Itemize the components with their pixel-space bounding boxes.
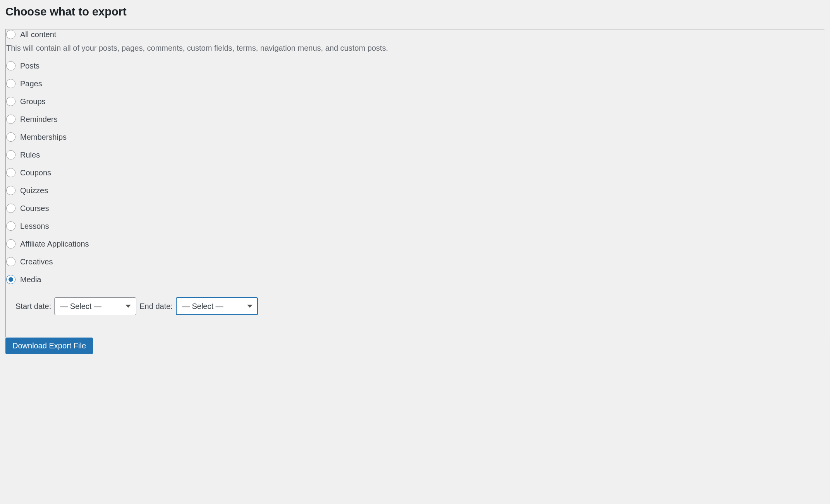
label-media[interactable]: Media xyxy=(20,275,41,284)
label-memberships[interactable]: Memberships xyxy=(20,133,67,142)
export-options-fieldset: All content This will contain all of you… xyxy=(5,29,825,338)
label-courses[interactable]: Courses xyxy=(20,204,49,213)
radio-memberships[interactable] xyxy=(6,132,15,142)
start-date-label: Start date: xyxy=(15,302,51,311)
radio-creatives[interactable] xyxy=(6,257,15,266)
radio-pages[interactable] xyxy=(6,79,15,88)
label-affiliate-applications[interactable]: Affiliate Applications xyxy=(20,240,89,249)
radio-courses[interactable] xyxy=(6,204,15,213)
radio-quizzes[interactable] xyxy=(6,186,15,195)
download-export-file-button[interactable]: Download Export File xyxy=(5,338,93,354)
section-heading: Choose what to export xyxy=(5,5,825,18)
radio-media[interactable] xyxy=(6,275,15,284)
radio-reminders[interactable] xyxy=(6,115,15,124)
label-posts[interactable]: Posts xyxy=(20,62,40,70)
label-creatives[interactable]: Creatives xyxy=(20,257,53,266)
media-date-filter: Start date: — Select — End date: — Selec… xyxy=(15,297,824,315)
label-lessons[interactable]: Lessons xyxy=(20,222,49,231)
radio-all-content[interactable] xyxy=(6,30,15,39)
label-quizzes[interactable]: Quizzes xyxy=(20,186,48,195)
label-reminders[interactable]: Reminders xyxy=(20,115,58,124)
label-coupons[interactable]: Coupons xyxy=(20,168,51,177)
radio-rules[interactable] xyxy=(6,150,15,159)
radio-posts[interactable] xyxy=(6,61,15,70)
radio-groups[interactable] xyxy=(6,97,15,106)
label-rules[interactable]: Rules xyxy=(20,151,40,159)
radio-coupons[interactable] xyxy=(6,168,15,177)
label-all-content[interactable]: All content xyxy=(20,30,56,39)
end-date-select[interactable]: — Select — xyxy=(176,297,258,315)
radio-lessons[interactable] xyxy=(6,221,15,231)
label-pages[interactable]: Pages xyxy=(20,79,42,88)
start-date-select[interactable]: — Select — xyxy=(54,297,136,315)
label-groups[interactable]: Groups xyxy=(20,97,46,106)
all-content-description: This will contain all of your posts, pag… xyxy=(6,44,824,53)
radio-affiliate-applications[interactable] xyxy=(6,239,15,249)
end-date-label: End date: xyxy=(139,302,173,311)
